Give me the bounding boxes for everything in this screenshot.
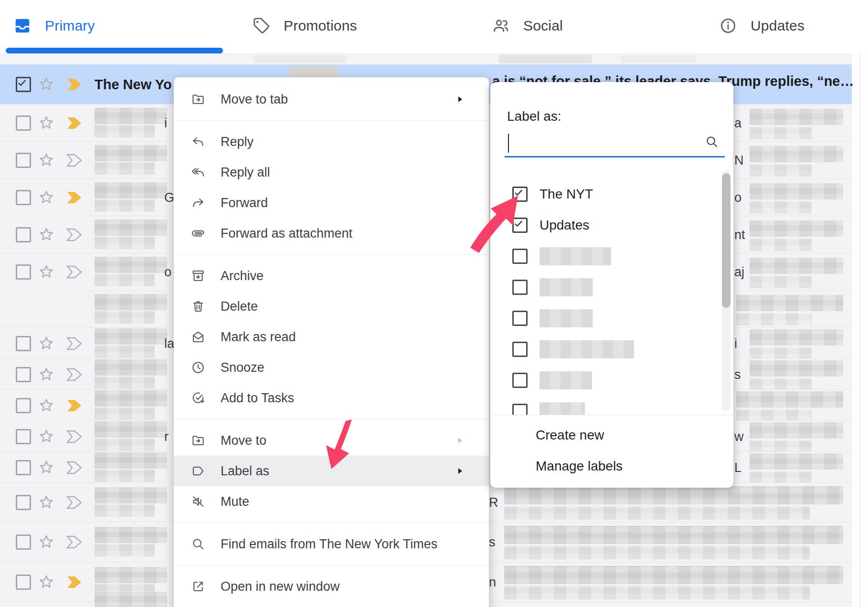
email-checkbox[interactable]	[16, 153, 31, 168]
menu-item-find-emails-from-the-new-york-times[interactable]: Find emails from The New York Times	[174, 529, 489, 559]
star-icon[interactable]	[37, 366, 55, 384]
star-icon[interactable]	[37, 397, 55, 415]
menu-item-label-as[interactable]: Label as	[174, 456, 489, 486]
label-item-the-nyt[interactable]: The NYT	[490, 178, 733, 209]
email-checkbox[interactable]	[16, 227, 31, 242]
redacted-snippet	[95, 544, 155, 556]
importance-marker-icon[interactable]	[66, 398, 85, 413]
label-list-scroll-thumb[interactable]	[722, 173, 730, 308]
redacted-sender	[95, 527, 167, 543]
redacted-sender	[95, 567, 167, 583]
menu-item-add-to-tasks[interactable]: Add to Tasks	[174, 383, 489, 413]
menu-item-forward[interactable]: Forward	[174, 188, 489, 218]
star-icon[interactable]	[37, 263, 55, 281]
label-item-redacted[interactable]	[490, 396, 733, 415]
importance-marker-icon[interactable]	[66, 265, 85, 279]
importance-marker-icon[interactable]	[66, 535, 85, 549]
menu-item-snooze[interactable]: Snooze	[174, 352, 489, 383]
menu-item-archive[interactable]: Archive	[174, 261, 489, 291]
importance-marker-icon[interactable]	[66, 190, 85, 205]
redacted-snippet	[750, 440, 812, 453]
manage-labels-button[interactable]: Manage labels	[536, 454, 623, 478]
tab-label: Social	[523, 18, 563, 34]
redacted-subject	[750, 183, 843, 199]
email-checkbox[interactable]	[16, 264, 31, 280]
email-checkbox[interactable]	[16, 77, 31, 92]
menu-item-mark-as-read[interactable]: Mark as read	[174, 322, 489, 352]
redacted-sender	[95, 145, 167, 161]
star-icon[interactable]	[37, 75, 55, 94]
label-search-input[interactable]	[505, 130, 725, 157]
redacted-label-name	[540, 278, 593, 296]
email-checkbox[interactable]	[16, 429, 31, 444]
star-icon[interactable]	[37, 459, 55, 477]
redacted-sender	[95, 182, 167, 199]
label-checkbox[interactable]	[512, 342, 528, 357]
inbox-tab-bar: Primary Promotions Social Updates	[0, 0, 868, 53]
menu-item-open-in-new-window[interactable]: Open in new window	[174, 571, 489, 602]
email-checkbox[interactable]	[16, 336, 31, 351]
redacted-subject	[750, 422, 843, 439]
importance-marker-icon[interactable]	[66, 228, 85, 242]
label-checkbox[interactable]	[512, 187, 528, 202]
label-item-redacted[interactable]	[490, 365, 733, 396]
menu-item-move-to-tab[interactable]: Move to tab	[174, 84, 489, 115]
menu-item-reply[interactable]: Reply	[174, 126, 489, 157]
email-checkbox[interactable]	[16, 575, 31, 590]
redacted-snippet	[504, 586, 810, 599]
menu-item-move-to[interactable]: Move to	[174, 425, 489, 456]
submenu-chevron-icon	[455, 94, 465, 105]
label-as-panel: Label as: The NYTUpdates Create new Mana…	[490, 82, 733, 488]
list-scroll-gutter[interactable]	[852, 53, 868, 607]
label-checkbox[interactable]	[512, 249, 528, 264]
importance-marker-icon[interactable]	[66, 77, 85, 92]
tab-updates[interactable]: Updates	[719, 4, 804, 48]
menu-item-delete[interactable]: Delete	[174, 291, 489, 322]
importance-marker-icon[interactable]	[66, 153, 85, 167]
redacted-snippet	[95, 162, 155, 175]
tab-primary[interactable]: Primary	[13, 4, 95, 48]
menu-item-mute[interactable]: Mute	[174, 486, 489, 517]
create-new-label-button[interactable]: Create new	[536, 423, 604, 447]
star-icon[interactable]	[37, 533, 55, 551]
label-checkbox[interactable]	[512, 311, 528, 326]
menu-item-forward-as-attachment[interactable]: Forward as attachment	[174, 218, 489, 249]
star-icon[interactable]	[37, 335, 55, 353]
label-checkbox[interactable]	[512, 218, 528, 233]
label-checkbox[interactable]	[512, 373, 528, 388]
email-checkbox[interactable]	[16, 495, 31, 510]
email-checkbox[interactable]	[16, 460, 31, 475]
importance-marker-icon[interactable]	[66, 429, 85, 444]
tab-social[interactable]: Social	[492, 4, 563, 48]
tab-promotions[interactable]: Promotions	[252, 4, 357, 48]
importance-marker-icon[interactable]	[66, 460, 85, 475]
email-checkbox[interactable]	[16, 115, 31, 131]
redacted-subject	[750, 360, 843, 377]
star-icon[interactable]	[37, 151, 55, 169]
importance-marker-icon[interactable]	[66, 575, 85, 589]
email-checkbox[interactable]	[16, 367, 31, 382]
label-item-redacted[interactable]	[490, 241, 733, 272]
star-icon[interactable]	[37, 493, 55, 512]
star-icon[interactable]	[37, 226, 55, 244]
label-item-redacted[interactable]	[490, 272, 733, 303]
importance-marker-icon[interactable]	[66, 495, 85, 510]
star-icon[interactable]	[37, 573, 55, 591]
redacted-snippet	[750, 201, 812, 214]
importance-marker-icon[interactable]	[66, 336, 85, 351]
label-checkbox[interactable]	[512, 280, 528, 295]
star-icon[interactable]	[37, 428, 55, 446]
email-checkbox[interactable]	[16, 190, 31, 205]
importance-marker-icon[interactable]	[66, 116, 85, 130]
star-icon[interactable]	[37, 188, 55, 207]
label-item-redacted[interactable]	[490, 303, 733, 334]
importance-marker-icon[interactable]	[66, 367, 85, 382]
label-item-updates[interactable]: Updates	[490, 209, 733, 241]
star-icon[interactable]	[37, 114, 55, 132]
email-checkbox[interactable]	[16, 534, 31, 550]
label-checkbox[interactable]	[512, 404, 528, 415]
label-item-redacted[interactable]	[490, 334, 733, 365]
email-checkbox[interactable]	[16, 398, 31, 413]
menu-item-label: Find emails from The New York Times	[221, 537, 437, 552]
menu-item-reply-all[interactable]: Reply all	[174, 157, 489, 188]
